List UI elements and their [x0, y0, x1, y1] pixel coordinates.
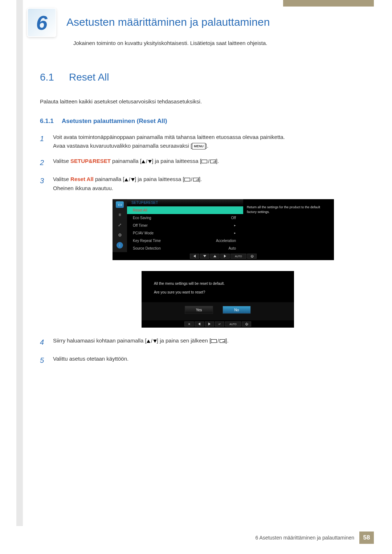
gear-icon: ⚙	[116, 232, 124, 238]
osd-item-pcav-mode: PC/AV Mode▸	[127, 229, 243, 237]
confirm-no-button: No	[222, 306, 251, 314]
sidebar-stripe	[16, 0, 23, 526]
section-description: Palauta laitteen kaikki asetukset oletus…	[40, 98, 363, 104]
nav-close-icon: ✕	[184, 321, 194, 327]
nav-auto-button: AUTO	[225, 321, 241, 327]
confirm-line-2: Are you sure you want to reset?	[154, 289, 282, 296]
chapter-number: 6	[36, 11, 47, 34]
nav-left-icon	[190, 254, 199, 259]
list-icon: ≡	[116, 212, 124, 218]
step-1-text: Voit avata toimintonäppäinoppaan painama…	[53, 133, 363, 150]
step-number-2: 2	[40, 157, 53, 168]
subsection-title: Asetusten palauttaminen (Reset All)	[62, 118, 167, 125]
osd-info-text: Return all the settings for the product …	[243, 199, 334, 252]
steps-list: 1 Voit avata toimintonäppäinoppaan paina…	[40, 133, 363, 193]
section-number: 6.1	[40, 71, 69, 83]
step-4-text: Siirry haluamaasi kohtaan painamalla [/]…	[53, 336, 363, 348]
source-enter-icon: /	[201, 157, 216, 166]
step-2-text: Valitse SETUP&RESET painamalla [/] ja pa…	[53, 157, 363, 168]
osd-item-key-repeat: Key Repeat TimeAcceleration	[127, 237, 243, 245]
osd-nav-bar: AUTO ⏻	[113, 252, 334, 260]
subsection-number: 6.1.1	[40, 118, 62, 125]
nav-right-icon	[205, 321, 214, 327]
nav-up-icon	[210, 254, 220, 259]
osd-item-source-detection: Source DetectionAuto	[127, 245, 243, 252]
monitor-icon: ▭	[116, 201, 124, 208]
steps-list-cont: 4 Siirry haluamaasi kohtaan painamalla […	[40, 336, 363, 366]
nav-left-icon	[195, 321, 204, 327]
confirm-line-1: All the menu settings will be reset to d…	[154, 280, 282, 287]
info-icon: i	[117, 242, 123, 249]
nav-down-icon	[200, 254, 209, 259]
nav-power-icon: ⏻	[242, 321, 251, 327]
up-down-icon: /	[142, 157, 152, 166]
page-footer: 6 Asetusten määrittäminen ja palauttamin…	[256, 532, 374, 544]
nav-right-icon	[220, 254, 230, 259]
menu-button-icon: MENU	[192, 143, 205, 149]
step-3-text: Valitse Reset All painamalla [/] ja pain…	[53, 175, 363, 193]
osd-menu-screenshot: ▭ ≡ ⤢ ⚙ i SETUP&RESET Reset All Eco Savi…	[113, 199, 334, 260]
osd-item-reset-all: Reset All	[127, 206, 243, 214]
nav-auto-button: AUTO	[230, 254, 246, 259]
chapter-title: Asetusten määrittäminen ja palauttaminen	[66, 16, 270, 28]
step-number-3: 3	[40, 175, 53, 193]
osd-item-off-timer: Off Timer▸	[127, 222, 243, 229]
page-number: 58	[359, 532, 374, 544]
confirm-nav-bar: ✕ ↵ AUTO ⏻	[142, 320, 294, 328]
step-number-4: 4	[40, 336, 53, 348]
confirm-yes-button: Yes	[185, 306, 213, 314]
resize-icon: ⤢	[116, 222, 124, 228]
osd-item-eco-saving: Eco SavingOff	[127, 214, 243, 222]
chapter-badge: 6	[27, 8, 56, 37]
source-enter-icon: /	[211, 337, 225, 345]
nav-enter-icon: ↵	[215, 321, 224, 327]
footer-text: 6 Asetusten määrittäminen ja palauttamin…	[256, 535, 354, 541]
osd-sidebar-icons: ▭ ≡ ⤢ ⚙ i	[113, 199, 127, 252]
step-number-5: 5	[40, 354, 53, 366]
up-down-icon: /	[124, 175, 135, 184]
confirm-dialog-screenshot: All the menu settings will be reset to d…	[142, 271, 294, 328]
chapter-subtitle: Jokainen toiminto on kuvattu yksityiskoh…	[73, 40, 363, 46]
source-enter-icon: /	[184, 175, 199, 184]
up-down-icon: /	[147, 337, 157, 345]
step-5-text: Valittu asetus otetaan käyttöön.	[53, 354, 363, 366]
header-accent-bar	[283, 0, 374, 7]
nav-power-icon: ⏻	[247, 254, 257, 259]
osd-header: SETUP&RESET	[127, 199, 243, 206]
section-title: Reset All	[69, 71, 109, 83]
step-number-1: 1	[40, 133, 53, 150]
chapter-header: 6 Asetusten määrittäminen ja palauttamin…	[27, 8, 363, 37]
